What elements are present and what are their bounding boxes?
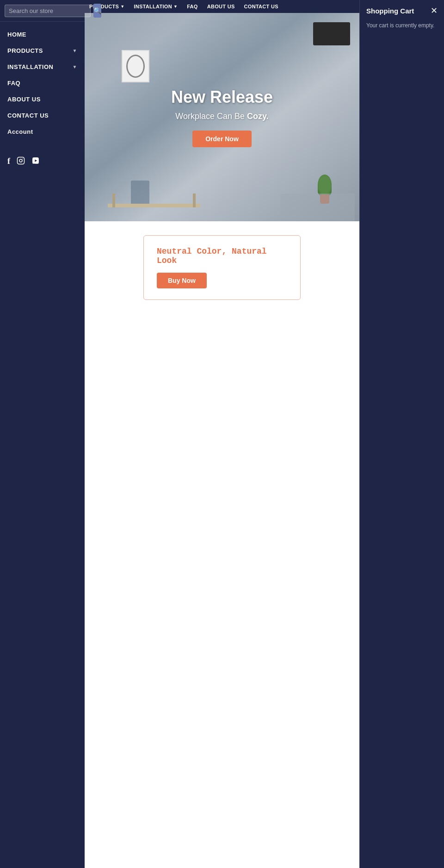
sidebar-item-products[interactable]: PRODUCTS ▼ <box>0 43 85 59</box>
desk-leg <box>112 194 115 207</box>
hero-subtitle: Workplace Can Be Cozy. <box>171 112 273 121</box>
hero-section: New Release Workplace Can Be Cozy. Order… <box>85 13 359 221</box>
sidebar-item-label: ABOUT US <box>7 96 41 103</box>
chevron-down-icon: ▼ <box>173 4 178 9</box>
sidebar-item-label: INSTALLATION <box>7 63 53 70</box>
plant-leaves <box>318 175 332 195</box>
remaining-content <box>85 314 359 868</box>
cart-title: Shopping Cart <box>366 7 414 15</box>
sidebar-nav: HOME PRODUCTS ▼ INSTALLATION ▼ FAQ ABOUT… <box>0 22 85 144</box>
desk-decoration <box>108 204 200 207</box>
instagram-icon[interactable] <box>17 156 25 167</box>
nav-label: FAQ <box>187 4 198 9</box>
top-nav-contact[interactable]: CONTACT US <box>244 4 278 9</box>
product-card: Neutral Color, Natural Look Buy Now <box>143 235 301 300</box>
couch-decoration <box>281 194 355 221</box>
cart-header: Shopping Cart ✕ <box>366 6 438 15</box>
search-icon: 🔍 <box>93 7 101 14</box>
svg-point-1 <box>19 159 22 162</box>
social-links: f <box>0 149 85 175</box>
chevron-down-icon: ▼ <box>73 48 77 53</box>
hero-title: New Release <box>171 87 273 107</box>
sidebar-item-label: HOME <box>7 31 26 38</box>
buy-now-button[interactable]: Buy Now <box>157 273 207 288</box>
chevron-down-icon: ▼ <box>120 4 124 9</box>
sidebar-item-contact[interactable]: CONTACT US <box>0 107 85 124</box>
facebook-icon[interactable]: f <box>7 156 10 167</box>
chair-decoration <box>131 181 149 204</box>
top-nav: PRODUCTS ▼ INSTALLATION ▼ FAQ ABOUT US C… <box>85 0 359 13</box>
search-input[interactable] <box>5 5 91 17</box>
product-section: Neutral Color, Natural Look Buy Now <box>85 221 359 314</box>
search-button[interactable]: 🔍 <box>93 4 101 18</box>
sidebar-item-label: PRODUCTS <box>7 47 43 54</box>
sidebar-item-label: FAQ <box>7 80 20 87</box>
wall-art-inner <box>126 55 145 78</box>
cart-empty-message: Your cart is currently empty. <box>366 22 438 29</box>
close-icon[interactable]: ✕ <box>431 6 438 15</box>
main-content: New Release Workplace Can Be Cozy. Order… <box>85 13 359 868</box>
hero-text-block: New Release Workplace Can Be Cozy. Order… <box>171 87 273 147</box>
nav-label: ABOUT US <box>207 4 235 9</box>
desk-leg <box>193 194 196 207</box>
cart-panel: Shopping Cart ✕ Your cart is currently e… <box>359 0 444 868</box>
wall-art-decoration <box>122 50 149 82</box>
product-tagline: Neutral Color, Natural Look <box>157 247 287 265</box>
order-now-button[interactable]: Order Now <box>192 131 252 147</box>
sidebar-item-label: CONTACT US <box>7 112 49 119</box>
top-nav-faq[interactable]: FAQ <box>187 4 198 9</box>
chevron-down-icon: ▼ <box>73 64 77 69</box>
youtube-icon[interactable] <box>31 156 40 167</box>
hero-subtitle-text: Workplace Can Be <box>175 112 247 121</box>
sidebar-item-account[interactable]: Account <box>0 124 85 140</box>
sidebar-item-label: Account <box>7 128 33 135</box>
sidebar: 🔍 HOME PRODUCTS ▼ INSTALLATION ▼ FAQ ABO… <box>0 0 85 868</box>
nav-label: CONTACT US <box>244 4 278 9</box>
svg-point-2 <box>22 158 23 159</box>
monitor-decoration <box>313 22 350 45</box>
hero-subtitle-bold: Cozy. <box>247 112 269 121</box>
sidebar-item-about[interactable]: ABOUT US <box>0 91 85 107</box>
svg-rect-0 <box>18 157 25 164</box>
search-container: 🔍 <box>0 0 85 22</box>
top-nav-about[interactable]: ABOUT US <box>207 4 235 9</box>
top-nav-installation[interactable]: INSTALLATION ▼ <box>134 4 178 9</box>
sidebar-item-home[interactable]: HOME <box>0 26 85 43</box>
sidebar-item-installation[interactable]: INSTALLATION ▼ <box>0 59 85 75</box>
sidebar-item-faq[interactable]: FAQ <box>0 75 85 91</box>
nav-label: INSTALLATION <box>134 4 172 9</box>
